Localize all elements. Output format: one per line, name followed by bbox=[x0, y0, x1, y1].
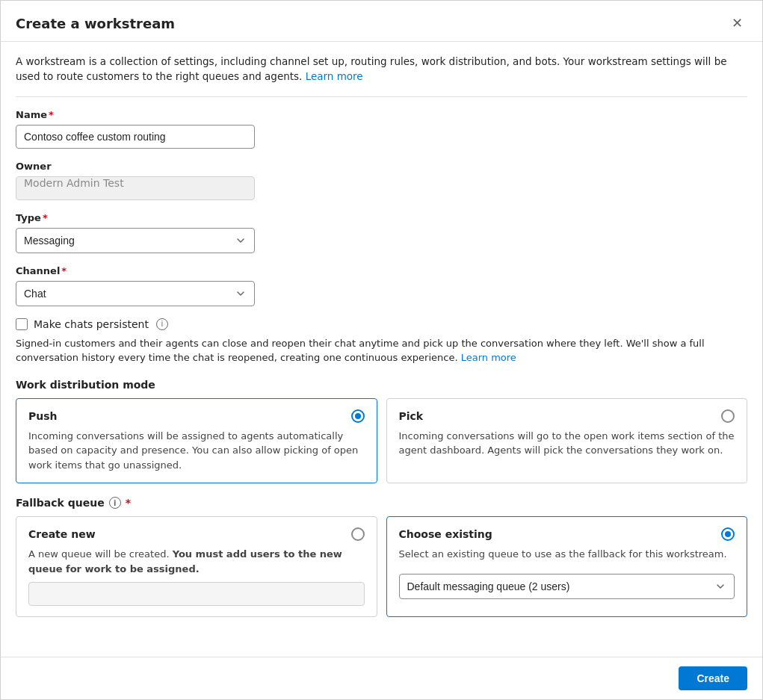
pick-card-header: Pick bbox=[399, 409, 735, 423]
persistent-description: Signed-in customers and their agents can… bbox=[16, 336, 747, 365]
choose-existing-card[interactable]: Choose existing Select an existing queue… bbox=[386, 516, 748, 617]
create-new-radio[interactable] bbox=[351, 527, 365, 541]
persistent-learn-more-link[interactable]: Learn more bbox=[461, 352, 516, 363]
owner-field-group: Owner Modern Admin Test bbox=[16, 161, 747, 200]
type-field-group: Type* Messaging Voice Chat bbox=[16, 212, 747, 253]
persistent-checkbox-label[interactable]: Make chats persistent bbox=[34, 318, 149, 330]
channel-field-group: Channel* Chat Email SMS bbox=[16, 265, 747, 306]
fallback-queue-title: Fallback queue i * bbox=[16, 497, 747, 509]
type-select[interactable]: Messaging Voice Chat bbox=[16, 228, 255, 253]
modal-footer: Create bbox=[1, 657, 762, 699]
name-input[interactable] bbox=[16, 125, 255, 149]
create-new-card[interactable]: Create new A new queue will be created. … bbox=[16, 516, 377, 617]
channel-label: Channel* bbox=[16, 265, 747, 276]
push-card-title: Push bbox=[28, 410, 58, 422]
modal-description: A workstream is a collection of settings… bbox=[16, 54, 747, 84]
choose-existing-card-desc: Select an existing queue to use as the f… bbox=[399, 547, 735, 562]
create-workstream-modal: Create a workstream ✕ A workstream is a … bbox=[0, 0, 763, 700]
close-button[interactable]: ✕ bbox=[726, 13, 747, 34]
pick-radio[interactable] bbox=[721, 409, 735, 423]
pick-card-desc: Incoming conversations will go to the op… bbox=[399, 429, 735, 458]
persistent-checkbox-row: Make chats persistent i bbox=[16, 318, 747, 330]
create-button[interactable]: Create bbox=[679, 666, 747, 690]
push-radio-dot bbox=[355, 413, 361, 419]
work-distribution-title: Work distribution mode bbox=[16, 379, 747, 391]
persistent-checkbox[interactable] bbox=[16, 318, 28, 330]
push-card-desc: Incoming conversations will be assigned … bbox=[28, 429, 365, 473]
create-new-queue-input[interactable] bbox=[28, 582, 365, 606]
owner-display: Modern Admin Test bbox=[16, 176, 255, 200]
name-label: Name* bbox=[16, 109, 747, 120]
name-field-group: Name* bbox=[16, 109, 747, 149]
pick-card[interactable]: Pick Incoming conversations will go to t… bbox=[386, 398, 748, 484]
persistent-info-icon: i bbox=[156, 318, 168, 330]
choose-existing-card-header: Choose existing bbox=[399, 527, 735, 541]
fallback-queue-cards: Create new A new queue will be created. … bbox=[16, 516, 747, 617]
create-new-card-title: Create new bbox=[28, 528, 96, 540]
modal-body: A workstream is a collection of settings… bbox=[1, 42, 762, 657]
fallback-info-icon: i bbox=[109, 497, 121, 509]
header-divider bbox=[16, 96, 747, 97]
description-learn-more-link[interactable]: Learn more bbox=[306, 70, 363, 82]
push-radio[interactable] bbox=[351, 409, 365, 423]
choose-existing-radio-dot bbox=[725, 531, 731, 537]
push-card-header: Push bbox=[28, 409, 365, 423]
existing-queue-select[interactable]: Default messaging queue (2 users) bbox=[399, 574, 735, 599]
choose-existing-radio[interactable] bbox=[721, 527, 735, 541]
choose-existing-card-title: Choose existing bbox=[399, 528, 492, 540]
queue-select-wrapper: Default messaging queue (2 users) bbox=[399, 568, 735, 599]
work-distribution-cards: Push Incoming conversations will be assi… bbox=[16, 398, 747, 484]
push-card[interactable]: Push Incoming conversations will be assi… bbox=[16, 398, 377, 484]
modal-header: Create a workstream ✕ bbox=[1, 1, 762, 42]
pick-card-title: Pick bbox=[399, 410, 424, 422]
modal-title: Create a workstream bbox=[16, 16, 175, 31]
type-label: Type* bbox=[16, 212, 747, 223]
create-new-card-desc: A new queue will be created. You must ad… bbox=[28, 547, 365, 576]
owner-label: Owner bbox=[16, 161, 747, 172]
channel-select[interactable]: Chat Email SMS bbox=[16, 281, 255, 306]
create-new-card-header: Create new bbox=[28, 527, 365, 541]
